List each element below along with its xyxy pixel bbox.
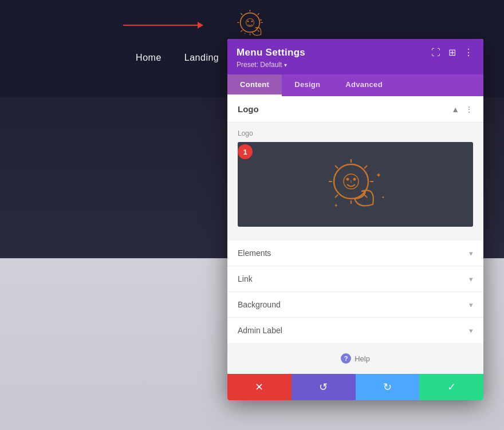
logo-section-more-icon[interactable]: ⋮	[465, 105, 473, 114]
fullscreen-icon[interactable]: ⛶	[430, 46, 442, 59]
panel-icons: ⛶ ⊞ ⋮	[430, 46, 474, 59]
admin-label-label: Admin Label	[238, 326, 282, 335]
svg-line-25	[364, 165, 367, 168]
tab-content[interactable]: Content	[227, 74, 282, 96]
redo-button[interactable]: ↻	[356, 374, 420, 400]
link-section-row[interactable]: Link ▾	[227, 266, 483, 291]
logo-section-chevron-icon[interactable]: ▲	[451, 105, 459, 114]
svg-line-23	[335, 165, 338, 168]
panel-title-row: Menu Settings ⛶ ⊞ ⋮	[237, 46, 474, 59]
logo-image-container[interactable]: ✦ ✦ ✦	[238, 142, 473, 227]
svg-line-9	[258, 30, 259, 32]
panel-title: Menu Settings	[237, 47, 305, 58]
logo-upload-area: Logo 1	[238, 129, 473, 227]
svg-line-26	[335, 195, 338, 198]
svg-line-8	[241, 13, 242, 15]
logo-field-label: Logo	[238, 129, 473, 137]
svg-text:✦: ✦	[334, 203, 338, 208]
link-label: Link	[238, 274, 253, 283]
svg-line-24	[364, 195, 367, 198]
tab-advanced[interactable]: Advanced	[333, 74, 395, 96]
svg-line-10	[258, 13, 259, 15]
svg-point-16	[346, 178, 349, 181]
preset-label: Preset: Default	[237, 61, 282, 69]
columns-icon[interactable]: ⊞	[447, 46, 457, 59]
svg-text:✦: ✦	[381, 195, 385, 199]
svg-text:✦: ✦	[259, 18, 262, 22]
logo-section-header: Logo ▲ ⋮	[227, 96, 483, 123]
elements-section-row[interactable]: Elements ▾	[227, 240, 483, 266]
undo-button[interactable]: ↺	[292, 374, 356, 400]
red-arrow-indicator	[123, 22, 203, 29]
nav-link-landing[interactable]: Landing	[184, 53, 219, 63]
logo-preview-image: ✦ ✦ ✦	[310, 150, 401, 219]
panel-body: Logo ▲ ⋮ Logo 1	[227, 96, 483, 374]
nav-link-home[interactable]: Home	[136, 53, 162, 63]
tab-design[interactable]: Design	[282, 74, 333, 96]
background-label: Background	[238, 300, 281, 309]
help-text: Help	[355, 354, 370, 363]
section-controls: ▲ ⋮	[451, 105, 473, 114]
svg-text:✦: ✦	[376, 171, 381, 179]
panel-preset[interactable]: Preset: Default ▾	[237, 61, 474, 69]
admin-label-chevron-icon: ▾	[469, 326, 473, 335]
svg-point-2	[247, 21, 249, 22]
elements-label: Elements	[238, 248, 271, 258]
elements-chevron-icon: ▾	[469, 249, 473, 258]
logo-section-title: Logo	[238, 104, 259, 114]
more-options-icon[interactable]: ⋮	[463, 46, 474, 59]
collapsible-sections: Elements ▾ Link ▾ Background ▾ Admin Lab…	[227, 240, 483, 343]
link-chevron-icon: ▾	[469, 275, 473, 283]
arrow-line	[123, 25, 198, 26]
svg-point-3	[251, 21, 253, 22]
svg-line-11	[241, 30, 242, 32]
arrow-head	[198, 22, 203, 29]
background-chevron-icon: ▾	[469, 301, 473, 309]
cancel-button[interactable]: ✕	[227, 374, 292, 400]
logo-badge: 1	[238, 144, 253, 159]
svg-point-17	[353, 178, 356, 181]
background-section-row[interactable]: Background ▾	[227, 291, 483, 317]
preset-chevron-icon: ▾	[284, 62, 287, 68]
help-row[interactable]: ? Help	[227, 343, 483, 374]
panel-footer: ✕ ↺ ↻ ✓	[227, 374, 483, 400]
help-icon: ?	[341, 353, 351, 364]
svg-text:✦: ✦	[244, 32, 246, 35]
spacer	[227, 234, 483, 240]
panel-header: Menu Settings ⛶ ⊞ ⋮ Preset: Default ▾	[227, 39, 483, 74]
panel-tabs: Content Design Advanced	[227, 74, 483, 96]
save-button[interactable]: ✓	[419, 374, 483, 400]
menu-settings-panel: Menu Settings ⛶ ⊞ ⋮ Preset: Default ▾ Co…	[227, 39, 483, 400]
admin-label-section-row[interactable]: Admin Label ▾	[227, 317, 483, 343]
